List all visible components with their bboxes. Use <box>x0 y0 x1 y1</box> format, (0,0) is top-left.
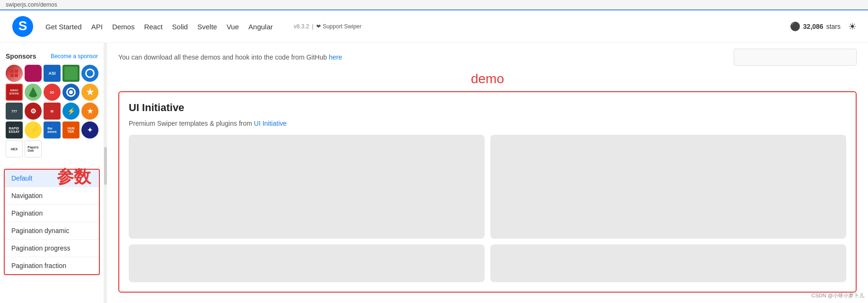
sponsors-header: Sponsors Become a sponsor <box>6 52 98 60</box>
navbar-links: Get Started API Demos React Solid Svelte… <box>45 23 790 31</box>
github-link[interactable]: here <box>329 53 342 61</box>
sponsor-logo-15[interactable]: ★ <box>81 103 98 120</box>
sponsor-logo-20[interactable]: ✦ <box>81 121 98 139</box>
sponsor-logo-21[interactable]: HEX <box>6 140 23 157</box>
svg-rect-4 <box>10 74 14 77</box>
sponsor-logo-12[interactable]: ⚙ <box>25 103 42 120</box>
ui-initiative-title: UI Initiative <box>129 102 846 114</box>
nav-menu: Default Navigation Pagination Pagination… <box>4 169 100 275</box>
nav-svelte[interactable]: Svelte <box>197 23 217 31</box>
svg-rect-3 <box>15 69 18 73</box>
sidebar-scroll-thumb[interactable] <box>104 147 107 185</box>
sponsor-logo-19[interactable]: HUNTER <box>62 121 80 139</box>
sponsor-logo-4[interactable] <box>62 65 80 82</box>
top-bar: You can download all these demos and hoo… <box>118 49 857 66</box>
navbar-version: v8.3.2 | ❤ Support Swiper <box>294 23 362 30</box>
demo-previews-grid-2 <box>129 244 846 282</box>
github-stars[interactable]: ⚫ 32,086 stars <box>790 21 841 32</box>
main-layout: Sponsors Become a sponsor ASI <box>0 43 868 303</box>
demo-preview-2 <box>490 135 846 239</box>
nav-vue[interactable]: Vue <box>227 23 239 31</box>
sponsor-logo-9[interactable] <box>62 84 80 101</box>
sponsors-grid: ASI GRAVSTATIC IO <box>6 65 98 157</box>
sponsor-logo-14[interactable]: ⚡ <box>62 103 80 120</box>
navbar: S Get Started API Demos React Solid Svel… <box>0 10 868 43</box>
sponsor-logo-6[interactable]: GRAVSTATIC <box>6 84 23 101</box>
support-link[interactable]: ❤ Support Swiper <box>316 23 361 30</box>
nav-react[interactable]: React <box>144 23 162 31</box>
sidebar-scrollbar[interactable] <box>104 43 107 303</box>
demo-preview-1 <box>129 135 485 239</box>
sponsor-logo-11[interactable]: 777 <box>6 103 23 120</box>
sponsor-logo-7[interactable] <box>25 84 42 101</box>
sponsor-logo-22[interactable]: PapersOwl <box>25 140 42 157</box>
svg-rect-2 <box>10 69 14 73</box>
nav-item-navigation[interactable]: Navigation <box>5 187 99 205</box>
ui-initiative-desc: Premium Swiper templates & plugins from … <box>129 120 846 127</box>
ui-initiative-card: UI Initiative Premium Swiper templates &… <box>118 91 857 293</box>
browser-url: swiperjs.com/demos <box>6 1 57 8</box>
navbar-right: ⚫ 32,086 stars ☀ <box>790 21 857 32</box>
stars-label: stars <box>826 23 841 30</box>
sponsor-logo-2[interactable] <box>25 65 42 82</box>
site-logo[interactable]: S <box>11 15 34 38</box>
sponsor-logo-3[interactable]: ASI <box>44 65 61 82</box>
stars-count: 32,086 <box>803 23 824 30</box>
sponsor-logo-18[interactable]: theasses <box>44 121 61 139</box>
theme-toggle-button[interactable]: ☀ <box>848 21 857 32</box>
sponsor-logo-17[interactable]: ⚡ <box>25 121 42 139</box>
svg-rect-5 <box>15 74 18 77</box>
demo-preview-3 <box>129 244 485 282</box>
search-input[interactable] <box>734 49 857 66</box>
nav-item-pagination-fraction[interactable]: Pagination fraction <box>5 257 99 274</box>
nav-get-started[interactable]: Get Started <box>45 23 82 31</box>
become-sponsor-link[interactable]: Become a sponsor <box>51 53 98 60</box>
demo-label: demo <box>471 71 504 86</box>
ui-initiative-link[interactable]: UI Initiative <box>254 120 287 127</box>
demo-previews-grid <box>129 135 846 239</box>
browser-bar: swiperjs.com/demos <box>0 0 868 10</box>
nav-item-pagination[interactable]: Pagination <box>5 205 99 222</box>
sponsor-logo-13[interactable]: M <box>44 103 61 120</box>
github-icon: ⚫ <box>790 21 800 32</box>
nav-solid[interactable]: Solid <box>172 23 188 31</box>
sponsors-title: Sponsors <box>6 52 36 60</box>
top-info: You can download all these demos and hoo… <box>118 53 726 61</box>
nav-item-default[interactable]: Default <box>5 170 99 187</box>
main-content: You can download all these demos and hoo… <box>107 43 868 303</box>
sponsor-logo[interactable] <box>6 65 23 82</box>
demo-label-container: demo <box>118 71 857 87</box>
sponsors-section: Sponsors Become a sponsor ASI <box>0 49 104 165</box>
nav-angular[interactable]: Angular <box>248 23 273 31</box>
sponsor-logo-5[interactable] <box>81 65 98 82</box>
svg-text:S: S <box>18 18 27 33</box>
nav-api[interactable]: API <box>91 23 103 31</box>
sidebar: Sponsors Become a sponsor ASI <box>0 43 104 303</box>
nav-item-pagination-progress[interactable]: Pagination progress <box>5 240 99 257</box>
nav-demos[interactable]: Demos <box>112 23 135 31</box>
sponsor-logo-16[interactable]: RAPIDESSAY <box>6 121 23 139</box>
sponsor-logo-10[interactable]: ★ <box>81 84 98 101</box>
sponsor-logo-8[interactable]: IO <box>44 84 61 101</box>
demo-preview-4 <box>490 244 846 282</box>
nav-item-pagination-dynamic[interactable]: Pagination dynamic <box>5 222 99 240</box>
